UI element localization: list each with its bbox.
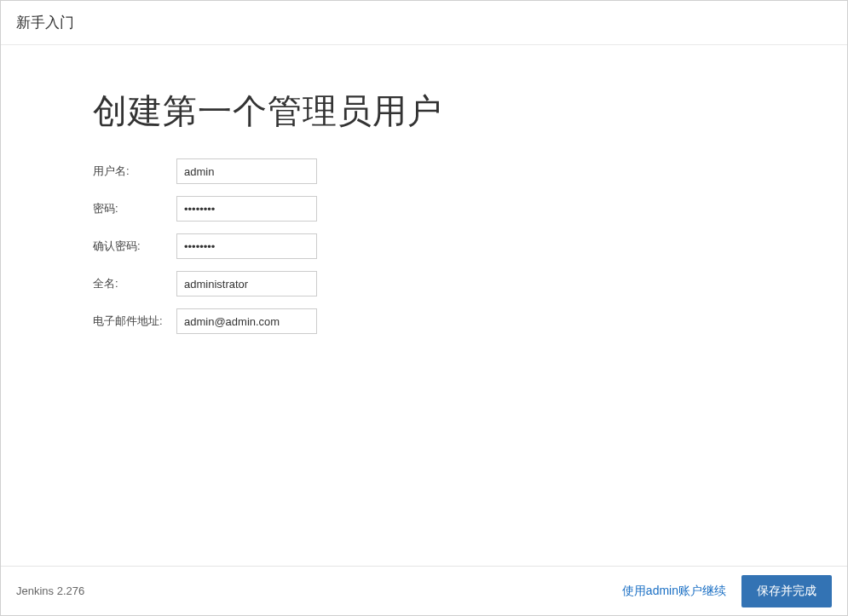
footer-actions: 使用admin账户继续 保存并完成 [622,575,832,607]
save-and-finish-button[interactable]: 保存并完成 [741,575,832,607]
fullname-input[interactable] [176,271,317,296]
confirm-password-label: 确认密码: [93,239,176,254]
fullname-row: 全名: [93,271,847,296]
username-label: 用户名: [93,164,176,179]
email-row: 电子邮件地址: [93,308,847,334]
confirm-password-row: 确认密码: [93,233,847,259]
wizard-header: 新手入门 [1,1,847,45]
main-content: 创建第一个管理员用户 用户名: 密码: 确认密码: 全名: 电子邮件地址: [1,45,847,334]
continue-as-admin-button[interactable]: 使用admin账户继续 [622,584,726,599]
email-input[interactable] [176,308,317,334]
fullname-label: 全名: [93,276,176,291]
password-input[interactable] [176,196,317,222]
confirm-password-input[interactable] [176,233,317,259]
wizard-footer: Jenkins 2.276 使用admin账户继续 保存并完成 [1,566,847,615]
username-row: 用户名: [93,158,847,184]
password-row: 密码: [93,196,847,222]
password-label: 密码: [93,201,176,216]
username-input[interactable] [176,158,317,184]
version-label: Jenkins 2.276 [16,584,84,597]
page-title: 创建第一个管理员用户 [93,88,847,135]
header-title: 新手入门 [16,14,74,31]
email-label: 电子邮件地址: [93,314,176,329]
